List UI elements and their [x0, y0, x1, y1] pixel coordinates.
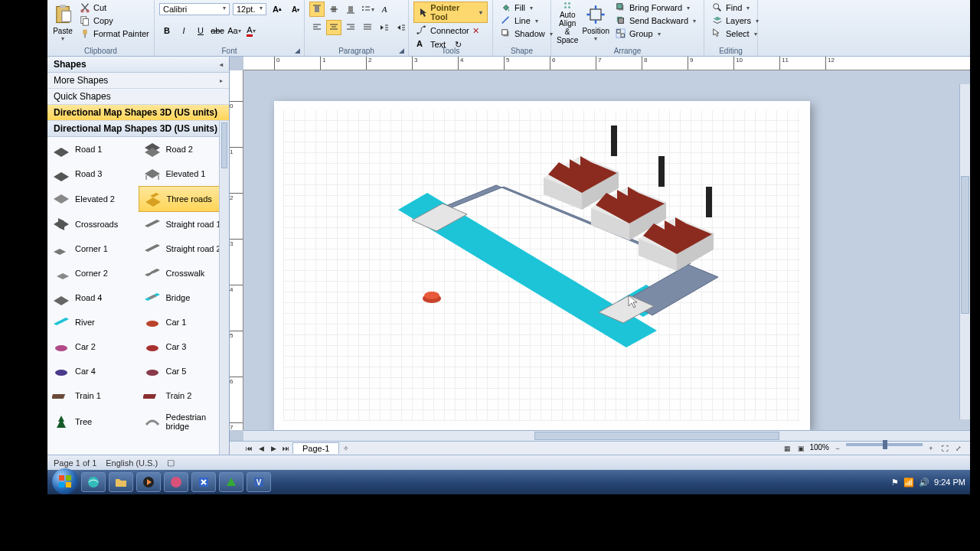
pointer-tool-button[interactable]: Pointer Tool▾	[413, 2, 488, 23]
shape-item-corner-1[interactable]: Corner 1	[47, 236, 139, 261]
shape-item-crosswalk[interactable]: Crosswalk	[139, 261, 230, 285]
shape-item-elevated-2[interactable]: Elevated 2	[47, 186, 139, 212]
copy-button[interactable]: Copy	[77, 15, 152, 27]
paste-button[interactable]: Paste ▾	[52, 2, 74, 44]
align-center-button[interactable]	[326, 20, 341, 35]
shape-item-river[interactable]: River	[47, 310, 139, 334]
shape-item-road-2[interactable]: Road 2	[139, 137, 230, 161]
case-button[interactable]: Aa▾	[227, 23, 242, 38]
next-page-button[interactable]: ▶	[268, 443, 279, 454]
more-shapes-button[interactable]: More Shapes▸	[47, 73, 229, 89]
view-normal-button[interactable]: ▦	[782, 443, 792, 454]
taskbar-media-button[interactable]	[136, 472, 161, 492]
italic-button[interactable]: I	[176, 23, 191, 38]
shape-item-car-2[interactable]: Car 2	[47, 334, 139, 359]
page-tab-1[interactable]: Page-1	[292, 442, 339, 454]
shape-item-three-roads[interactable]: Three roads	[139, 186, 230, 212]
shape-item-road-4[interactable]: Road 4	[47, 285, 139, 310]
connector-button[interactable]: Connector✕	[413, 24, 482, 37]
shrink-font-button[interactable]: A▾	[288, 2, 303, 17]
scrollbar-thumb[interactable]	[961, 176, 969, 314]
layers-button[interactable]: Layers▾	[709, 15, 762, 27]
font-color-button[interactable]: A▾	[243, 23, 259, 38]
macro-record-icon[interactable]: ▢	[167, 458, 175, 468]
find-button[interactable]: Find▾	[709, 2, 753, 14]
font-dialog-launcher[interactable]: ◢	[295, 47, 302, 54]
canvas-vertical-scrollbar[interactable]	[959, 84, 970, 419]
align-right-button[interactable]	[343, 20, 358, 35]
shape-item-car-5[interactable]: Car 5	[139, 359, 230, 383]
car-shape[interactable]	[423, 292, 441, 303]
taskbar-app2-button[interactable]	[191, 472, 216, 492]
line-button[interactable]: Line▾	[498, 15, 541, 27]
shape-item-tree[interactable]: Tree	[47, 408, 139, 435]
taskbar-visio-button[interactable]: V	[247, 472, 271, 492]
prev-page-button[interactable]: ◀	[256, 443, 266, 454]
shape-item-elevated-1[interactable]: Elevated 1	[139, 161, 230, 186]
taskbar-app1-button[interactable]	[164, 472, 188, 492]
fill-button[interactable]: Fill▾	[498, 2, 536, 14]
tray-flag-icon[interactable]: ⚑	[891, 478, 899, 487]
start-button[interactable]	[52, 468, 78, 494]
justify-button[interactable]	[360, 20, 375, 35]
grow-font-button[interactable]: A▴	[270, 2, 285, 17]
align-middle-button[interactable]	[326, 2, 341, 17]
stencil-tab-directional-3d[interactable]: Directional Map Shapes 3D (US units)	[47, 105, 229, 121]
canvas-horizontal-scrollbar[interactable]	[243, 430, 970, 441]
cut-button[interactable]: Cut	[77, 2, 152, 14]
shadow-button[interactable]: Shadow▾	[498, 28, 556, 40]
align-left-button[interactable]	[309, 20, 325, 35]
scrollbar-thumb[interactable]	[534, 432, 779, 440]
clear-format-button[interactable]: A	[377, 2, 392, 17]
shape-item-straight-road-1[interactable]: Straight road 1	[139, 212, 230, 236]
decrease-indent-button[interactable]	[377, 20, 392, 35]
shape-item-straight-road-2[interactable]: Straight road 2	[139, 236, 230, 261]
format-painter-button[interactable]: Format Painter	[77, 28, 152, 40]
font-family-select[interactable]: Calibri▾	[159, 3, 230, 15]
drawing-page[interactable]	[274, 101, 810, 430]
status-language[interactable]: English (U.S.)	[106, 458, 158, 468]
shape-item-car-4[interactable]: Car 4	[47, 359, 139, 383]
zoom-slider[interactable]	[846, 443, 923, 446]
group-button[interactable]: Group▾	[612, 28, 699, 40]
zoom-slider-handle[interactable]	[883, 440, 887, 449]
align-top-button[interactable]	[309, 2, 325, 17]
tray-volume-icon[interactable]: 🔊	[919, 478, 929, 487]
shape-item-pedestrian-bridge[interactable]: Pedestrian bridge	[139, 408, 230, 435]
taskbar-ie-button[interactable]	[81, 472, 106, 492]
scrollbar-thumb[interactable]	[221, 122, 227, 168]
quick-shapes-button[interactable]: Quick Shapes	[47, 89, 229, 105]
shape-item-crossroads[interactable]: Crossroads	[47, 212, 139, 236]
zoom-out-button[interactable]: −	[832, 443, 843, 454]
shapes-panel-header[interactable]: Shapes◂	[47, 57, 229, 73]
auto-align-button[interactable]: Auto Align & Space	[556, 2, 579, 44]
shape-item-car-3[interactable]: Car 3	[139, 334, 230, 359]
send-backward-button[interactable]: Send Backward▾	[612, 15, 699, 27]
close-connector-icon[interactable]: ✕	[472, 26, 479, 36]
bold-button[interactable]: B	[159, 23, 175, 38]
new-page-button[interactable]: ✧	[341, 443, 351, 454]
shape-item-train-2[interactable]: Train 2	[139, 383, 230, 408]
paragraph-dialog-launcher[interactable]: ◢	[399, 47, 407, 54]
zoom-in-button[interactable]: +	[926, 443, 936, 454]
last-page-button[interactable]: ⏭	[280, 443, 291, 454]
view-full-button[interactable]: ▣	[795, 443, 806, 454]
shape-item-car-1[interactable]: Car 1	[139, 310, 230, 334]
shape-item-road-3[interactable]: Road 3	[47, 161, 139, 186]
tray-clock[interactable]: 9:24 PM	[934, 478, 965, 487]
taskbar-app3-button[interactable]	[219, 472, 243, 492]
underline-button[interactable]: U	[193, 23, 208, 38]
fit-page-button[interactable]: ⛶	[939, 443, 950, 454]
shape-item-bridge[interactable]: Bridge	[139, 285, 230, 310]
position-button[interactable]: Position▾	[582, 2, 609, 44]
font-size-select[interactable]: 12pt.▾	[233, 3, 266, 15]
taskbar-explorer-button[interactable]	[109, 472, 133, 492]
shape-item-road-1[interactable]: Road 1	[47, 137, 139, 161]
fullscreen-button[interactable]: ⤢	[953, 443, 964, 454]
shape-item-train-1[interactable]: Train 1	[47, 383, 139, 408]
tray-network-icon[interactable]: 📶	[903, 478, 914, 487]
canvas-viewport[interactable]	[243, 70, 970, 430]
stencil-scrollbar[interactable]	[219, 121, 229, 455]
select-button[interactable]: Select▾	[709, 28, 760, 40]
shape-item-corner-2[interactable]: Corner 2	[47, 261, 139, 285]
